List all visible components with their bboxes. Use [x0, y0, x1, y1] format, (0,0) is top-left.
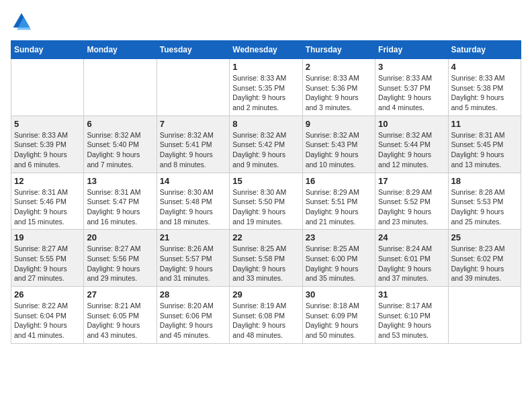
calendar-day-cell: 2Sunrise: 8:33 AM Sunset: 5:36 PM Daylig… — [302, 59, 375, 116]
calendar-day-cell: 30Sunrise: 8:18 AM Sunset: 6:09 PM Dayli… — [302, 287, 375, 344]
calendar-header-friday: Friday — [375, 41, 448, 59]
day-info: Sunrise: 8:17 AM Sunset: 6:10 PM Dayligh… — [378, 301, 445, 340]
page-header — [11, 11, 521, 32]
calendar-day-cell: 9Sunrise: 8:32 AM Sunset: 5:43 PM Daylig… — [302, 116, 375, 173]
day-info: Sunrise: 8:23 AM Sunset: 6:02 PM Dayligh… — [451, 244, 518, 283]
calendar-day-cell: 23Sunrise: 8:25 AM Sunset: 6:00 PM Dayli… — [302, 230, 375, 287]
day-number: 12 — [14, 176, 81, 186]
calendar-day-cell: 3Sunrise: 8:33 AM Sunset: 5:37 PM Daylig… — [375, 59, 448, 116]
calendar-day-cell: 29Sunrise: 8:19 AM Sunset: 6:08 PM Dayli… — [230, 287, 302, 344]
day-info: Sunrise: 8:31 AM Sunset: 5:47 PM Dayligh… — [87, 187, 153, 227]
day-number: 3 — [378, 62, 445, 72]
calendar-week-row: 1Sunrise: 8:33 AM Sunset: 5:35 PM Daylig… — [11, 59, 521, 116]
day-number: 26 — [14, 289, 81, 300]
calendar-day-cell: 21Sunrise: 8:26 AM Sunset: 5:57 PM Dayli… — [157, 230, 229, 287]
day-number: 16 — [306, 176, 372, 186]
calendar-day-cell: 8Sunrise: 8:32 AM Sunset: 5:42 PM Daylig… — [230, 116, 302, 173]
calendar-header-sunday: Sunday — [11, 41, 84, 59]
day-number: 8 — [232, 119, 299, 129]
day-info: Sunrise: 8:32 AM Sunset: 5:43 PM Dayligh… — [306, 130, 372, 170]
day-number: 20 — [87, 232, 153, 242]
day-number: 9 — [306, 119, 372, 129]
day-number: 6 — [87, 119, 153, 129]
calendar-day-cell — [84, 59, 157, 116]
calendar-day-cell: 11Sunrise: 8:31 AM Sunset: 5:45 PM Dayli… — [448, 116, 521, 173]
day-info: Sunrise: 8:29 AM Sunset: 5:52 PM Dayligh… — [378, 187, 445, 227]
day-info: Sunrise: 8:25 AM Sunset: 6:00 PM Dayligh… — [306, 244, 372, 283]
day-info: Sunrise: 8:26 AM Sunset: 5:57 PM Dayligh… — [160, 244, 226, 283]
calendar-day-cell: 14Sunrise: 8:30 AM Sunset: 5:48 PM Dayli… — [157, 173, 229, 230]
day-info: Sunrise: 8:31 AM Sunset: 5:46 PM Dayligh… — [14, 187, 81, 227]
logo — [11, 11, 35, 32]
calendar-day-cell: 31Sunrise: 8:17 AM Sunset: 6:10 PM Dayli… — [375, 287, 448, 344]
day-info: Sunrise: 8:27 AM Sunset: 5:55 PM Dayligh… — [14, 244, 81, 283]
day-number: 15 — [232, 176, 299, 186]
day-number: 24 — [378, 232, 445, 242]
calendar-header-thursday: Thursday — [302, 41, 375, 59]
day-info: Sunrise: 8:32 AM Sunset: 5:44 PM Dayligh… — [378, 130, 445, 170]
day-number: 7 — [160, 119, 226, 129]
day-number: 2 — [306, 62, 372, 72]
day-info: Sunrise: 8:18 AM Sunset: 6:09 PM Dayligh… — [306, 301, 372, 340]
calendar-day-cell: 24Sunrise: 8:24 AM Sunset: 6:01 PM Dayli… — [375, 230, 448, 287]
day-number: 19 — [14, 232, 81, 242]
calendar-day-cell: 6Sunrise: 8:32 AM Sunset: 5:40 PM Daylig… — [84, 116, 157, 173]
calendar-day-cell — [11, 59, 84, 116]
day-info: Sunrise: 8:33 AM Sunset: 5:38 PM Dayligh… — [451, 73, 518, 113]
calendar-day-cell — [448, 287, 521, 344]
day-number: 22 — [232, 232, 299, 242]
day-number: 21 — [160, 232, 226, 242]
logo-icon — [11, 11, 32, 32]
day-number: 18 — [451, 176, 518, 186]
calendar-day-cell: 15Sunrise: 8:30 AM Sunset: 5:50 PM Dayli… — [230, 173, 302, 230]
day-info: Sunrise: 8:33 AM Sunset: 5:37 PM Dayligh… — [378, 73, 445, 113]
calendar-header-wednesday: Wednesday — [230, 41, 302, 59]
calendar-table: SundayMondayTuesdayWednesdayThursdayFrid… — [11, 40, 521, 344]
calendar-week-row: 5Sunrise: 8:33 AM Sunset: 5:39 PM Daylig… — [11, 116, 521, 173]
calendar-day-cell: 13Sunrise: 8:31 AM Sunset: 5:47 PM Dayli… — [84, 173, 157, 230]
day-number: 14 — [160, 176, 226, 186]
day-number: 31 — [378, 289, 445, 300]
calendar-day-cell: 20Sunrise: 8:27 AM Sunset: 5:56 PM Dayli… — [84, 230, 157, 287]
day-number: 11 — [451, 119, 518, 129]
day-number: 27 — [87, 289, 153, 300]
calendar-week-row: 26Sunrise: 8:22 AM Sunset: 6:04 PM Dayli… — [11, 287, 521, 344]
day-info: Sunrise: 8:30 AM Sunset: 5:48 PM Dayligh… — [160, 187, 226, 227]
day-info: Sunrise: 8:32 AM Sunset: 5:40 PM Dayligh… — [87, 130, 153, 170]
calendar-day-cell: 7Sunrise: 8:32 AM Sunset: 5:41 PM Daylig… — [157, 116, 229, 173]
day-number: 17 — [378, 176, 445, 186]
day-info: Sunrise: 8:21 AM Sunset: 6:05 PM Dayligh… — [87, 301, 153, 340]
day-info: Sunrise: 8:27 AM Sunset: 5:56 PM Dayligh… — [87, 244, 153, 283]
day-number: 29 — [232, 289, 299, 300]
day-info: Sunrise: 8:20 AM Sunset: 6:06 PM Dayligh… — [160, 301, 226, 340]
calendar-day-cell: 1Sunrise: 8:33 AM Sunset: 5:35 PM Daylig… — [230, 59, 302, 116]
calendar-day-cell: 5Sunrise: 8:33 AM Sunset: 5:39 PM Daylig… — [11, 116, 84, 173]
calendar-header-tuesday: Tuesday — [157, 41, 229, 59]
calendar-day-cell: 12Sunrise: 8:31 AM Sunset: 5:46 PM Dayli… — [11, 173, 84, 230]
calendar-day-cell: 17Sunrise: 8:29 AM Sunset: 5:52 PM Dayli… — [375, 173, 448, 230]
calendar-day-cell: 22Sunrise: 8:25 AM Sunset: 5:58 PM Dayli… — [230, 230, 302, 287]
day-number: 10 — [378, 119, 445, 129]
calendar-day-cell: 4Sunrise: 8:33 AM Sunset: 5:38 PM Daylig… — [448, 59, 521, 116]
day-number: 13 — [87, 176, 153, 186]
day-info: Sunrise: 8:32 AM Sunset: 5:41 PM Dayligh… — [160, 130, 226, 170]
calendar-day-cell — [157, 59, 229, 116]
day-info: Sunrise: 8:29 AM Sunset: 5:51 PM Dayligh… — [306, 187, 372, 227]
day-number: 1 — [232, 62, 299, 72]
calendar-week-row: 19Sunrise: 8:27 AM Sunset: 5:55 PM Dayli… — [11, 230, 521, 287]
day-info: Sunrise: 8:25 AM Sunset: 5:58 PM Dayligh… — [232, 244, 299, 283]
calendar-day-cell: 10Sunrise: 8:32 AM Sunset: 5:44 PM Dayli… — [375, 116, 448, 173]
calendar-day-cell: 25Sunrise: 8:23 AM Sunset: 6:02 PM Dayli… — [448, 230, 521, 287]
day-info: Sunrise: 8:28 AM Sunset: 5:53 PM Dayligh… — [451, 187, 518, 227]
day-number: 23 — [306, 232, 372, 242]
calendar-day-cell: 26Sunrise: 8:22 AM Sunset: 6:04 PM Dayli… — [11, 287, 84, 344]
day-info: Sunrise: 8:22 AM Sunset: 6:04 PM Dayligh… — [14, 301, 81, 340]
day-number: 28 — [160, 289, 226, 300]
calendar-day-cell: 27Sunrise: 8:21 AM Sunset: 6:05 PM Dayli… — [84, 287, 157, 344]
calendar-day-cell: 16Sunrise: 8:29 AM Sunset: 5:51 PM Dayli… — [302, 173, 375, 230]
day-number: 25 — [451, 232, 518, 242]
day-info: Sunrise: 8:33 AM Sunset: 5:39 PM Dayligh… — [14, 130, 81, 170]
day-number: 4 — [451, 62, 518, 72]
calendar-header-saturday: Saturday — [448, 41, 521, 59]
calendar-week-row: 12Sunrise: 8:31 AM Sunset: 5:46 PM Dayli… — [11, 173, 521, 230]
